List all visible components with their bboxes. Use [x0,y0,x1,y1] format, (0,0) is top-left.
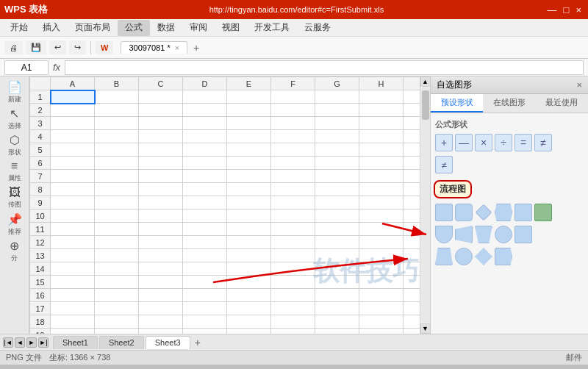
fc-shape-4[interactable] [495,204,512,221]
cell-I7[interactable] [404,170,420,183]
cell-A5[interactable] [51,143,95,157]
cell-C7[interactable] [139,170,183,183]
cell-D18[interactable] [183,315,227,329]
cell-C3[interactable] [139,117,183,130]
menu-formula[interactable]: 公式 [118,20,150,36]
cell-B8[interactable] [95,183,139,196]
cell-F3[interactable] [271,117,315,130]
cell-B1[interactable] [95,90,139,104]
cell-H11[interactable] [359,223,404,236]
cell-E2[interactable] [227,104,271,117]
cell-G4[interactable] [315,130,359,143]
sheet-nav-first[interactable]: |◄ [3,337,13,348]
cell-D4[interactable] [183,130,227,143]
cell-A1[interactable] [51,90,95,104]
cell-I5[interactable] [404,143,420,157]
fc-shape-3[interactable] [476,204,492,221]
cell-D3[interactable] [183,117,227,130]
cell-I16[interactable] [404,289,420,302]
cell-I4[interactable] [404,130,420,143]
cell-G16[interactable] [315,289,359,302]
cell-B17[interactable] [95,302,139,315]
cell-H15[interactable] [359,276,404,289]
cell-H12[interactable] [359,236,404,249]
cell-H3[interactable] [359,117,404,130]
sidebar-share[interactable]: ⊕ 分 [2,238,27,263]
shape-noteq[interactable]: ≠ [534,134,552,151]
cell-B18[interactable] [95,315,139,329]
fc-shape-6[interactable] [435,226,453,243]
cell-E15[interactable] [227,276,271,289]
cell-B9[interactable] [95,196,139,209]
cell-B13[interactable] [95,249,139,262]
fc-shape-9[interactable] [495,226,512,243]
panel-tab-recent[interactable]: 最近使用 [536,94,588,112]
sidebar-new[interactable]: 📄 新建 [2,79,27,104]
cell-D1[interactable] [183,90,227,104]
fc-shape-green[interactable] [534,204,552,221]
fc-shape-2[interactable] [455,204,473,221]
scroll-up-button[interactable]: ▲ [420,76,431,87]
cell-I6[interactable] [404,157,420,170]
fc-shape-14[interactable] [495,248,512,265]
cell-G3[interactable] [315,117,359,130]
fc-shape-11[interactable] [435,248,453,265]
cell-A2[interactable] [51,104,95,117]
cell-I8[interactable] [404,183,420,196]
add-sheet-button[interactable]: + [192,337,204,348]
minimize-button[interactable]: — [545,4,559,15]
cell-F5[interactable] [271,143,315,157]
cell-G12[interactable] [315,236,359,249]
cell-G2[interactable] [315,104,359,117]
cell-F8[interactable] [271,183,315,196]
cell-D7[interactable] [183,170,227,183]
cell-F19[interactable] [271,329,315,334]
cell-E17[interactable] [227,302,271,315]
cell-G10[interactable] [315,209,359,223]
cell-A6[interactable] [51,157,95,170]
cell-H7[interactable] [359,170,404,183]
scroll-down-button[interactable]: ▼ [420,323,431,334]
cell-D8[interactable] [183,183,227,196]
cell-H8[interactable] [359,183,404,196]
menu-devtools[interactable]: 开发工具 [247,20,297,36]
cell-E13[interactable] [227,249,271,262]
scroll-thumb[interactable] [422,90,429,120]
cell-C13[interactable] [139,249,183,262]
fc-shape-1[interactable] [435,204,453,221]
cell-D13[interactable] [183,249,227,262]
cell-I11[interactable] [404,223,420,236]
cell-E16[interactable] [227,289,271,302]
cell-D5[interactable] [183,143,227,157]
cell-E14[interactable] [227,262,271,276]
cell-G19[interactable] [315,329,359,334]
cell-D14[interactable] [183,262,227,276]
toolbar-btn-redo[interactable]: ↪ [69,40,86,54]
cell-G5[interactable] [315,143,359,157]
toolbar-btn-undo[interactable]: ↩ [49,40,66,54]
cell-A8[interactable] [51,183,95,196]
menu-insert[interactable]: 插入 [35,20,68,36]
cell-C19[interactable] [139,329,183,334]
menu-data[interactable]: 数据 [150,20,182,36]
cell-H19[interactable] [359,329,404,334]
cell-reference-input[interactable] [4,60,49,75]
cell-D2[interactable] [183,104,227,117]
shape-plus[interactable]: + [435,134,453,151]
cell-B14[interactable] [95,262,139,276]
cell-C5[interactable] [139,143,183,157]
fc-shape-12[interactable] [455,248,473,265]
shape-minus[interactable]: — [455,134,473,151]
cell-G7[interactable] [315,170,359,183]
cell-G8[interactable] [315,183,359,196]
cell-H5[interactable] [359,143,404,157]
cell-A15[interactable] [51,276,95,289]
cell-E10[interactable] [227,209,271,223]
cell-I3[interactable] [404,117,420,130]
cell-H16[interactable] [359,289,404,302]
sheet-tab-1[interactable]: Sheet1 [53,336,98,349]
cell-B5[interactable] [95,143,139,157]
cell-A11[interactable] [51,223,95,236]
cell-C17[interactable] [139,302,183,315]
cell-C8[interactable] [139,183,183,196]
